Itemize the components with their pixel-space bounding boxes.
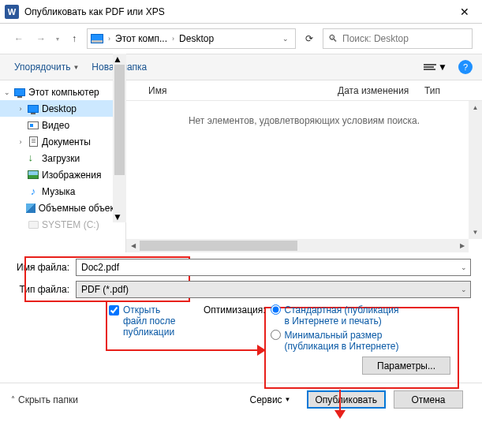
horizontal-scrollbar[interactable]: ◀▶: [126, 239, 469, 252]
up-button[interactable]: ↑: [65, 29, 84, 48]
optimize-label: Оптимизация:: [204, 304, 266, 352]
chevron-down-icon[interactable]: ⌄: [279, 35, 292, 43]
tree-node-pictures[interactable]: › Изображения: [0, 166, 125, 183]
tree-node-3d[interactable]: › Объемные объекты: [0, 200, 125, 216]
image-icon: [28, 170, 39, 179]
cube-icon: [26, 203, 35, 213]
filetype-label: Тип файла:: [11, 284, 76, 295]
main-area: ⌄ Этот компьютер › Desktop › Видео › Док…: [0, 80, 482, 252]
tree-node-downloads[interactable]: › Загрузки: [0, 150, 125, 166]
scroll-up-icon[interactable]: ▲: [113, 54, 126, 65]
parameters-button[interactable]: Параметры...: [362, 357, 450, 375]
tree-node-desktop[interactable]: › Desktop: [0, 100, 125, 117]
video-icon: [28, 121, 39, 129]
back-button[interactable]: ←: [9, 29, 28, 48]
hide-folders-button[interactable]: ˄ Скрыть папки: [11, 394, 78, 405]
titlebar: W Опубликовать как PDF или XPS ✕: [0, 0, 482, 24]
scroll-down-icon[interactable]: ▼: [469, 226, 482, 239]
forward-button: →: [32, 29, 50, 48]
vertical-scrollbar[interactable]: ▲▼: [469, 101, 482, 239]
scroll-thumb[interactable]: [140, 241, 297, 251]
chevron-down-icon: ▼: [285, 396, 291, 403]
breadcrumb-segment[interactable]: Desktop: [179, 33, 214, 44]
column-headers: Имя Дата изменения Тип: [126, 80, 482, 101]
publish-button[interactable]: Опубликовать: [307, 390, 386, 409]
scroll-left-icon[interactable]: ◀: [126, 239, 140, 252]
monitor-icon: [91, 34, 103, 43]
search-input[interactable]: 🔍︎ Поиск: Desktop: [323, 28, 473, 49]
chevron-down-icon[interactable]: ⌄: [461, 263, 467, 271]
tree-scrollbar[interactable]: ▲ ▼: [113, 54, 126, 222]
window-title: Опубликовать как PDF или XPS: [24, 6, 447, 17]
disk-icon: [28, 221, 39, 229]
bottom-bar: ˄ Скрыть папки Сервис ▼ Опубликовать Отм…: [0, 383, 482, 416]
file-list[interactable]: Имя Дата изменения Тип Нет элементов, уд…: [126, 80, 482, 252]
word-icon: W: [5, 5, 19, 19]
tools-dropdown[interactable]: Сервис ▼: [250, 394, 291, 405]
list-view-icon: [424, 62, 436, 73]
chevron-down-icon: ▼: [438, 62, 447, 73]
folder-tree[interactable]: ⌄ Этот компьютер › Desktop › Видео › Док…: [0, 80, 126, 252]
col-type[interactable]: Тип: [418, 85, 447, 96]
desktop-icon: [28, 105, 39, 113]
view-button[interactable]: ▼: [424, 62, 447, 73]
scroll-right-icon[interactable]: ▶: [455, 239, 469, 252]
help-button[interactable]: ?: [458, 60, 473, 74]
open-after-checkbox[interactable]: Открыть файл после публикации: [109, 304, 180, 338]
tree-node-this-pc[interactable]: ⌄ Этот компьютер: [0, 84, 125, 100]
radio[interactable]: [271, 304, 281, 315]
checkbox[interactable]: [109, 305, 119, 315]
radio[interactable]: [271, 330, 281, 340]
chevron-up-icon: ˄: [11, 395, 15, 404]
search-icon: 🔍︎: [328, 33, 338, 44]
chevron-right-icon[interactable]: ›: [170, 35, 176, 43]
col-date[interactable]: Дата изменения: [331, 85, 418, 96]
tree-node-disk-c[interactable]: › SYSTEM (C:): [0, 216, 125, 233]
save-form: Имя файла: Doc2.pdf ⌄ Тип файла: PDF (*.…: [0, 252, 482, 378]
tree-node-documents[interactable]: › Документы: [0, 133, 125, 150]
cancel-button[interactable]: Отмена: [394, 390, 463, 409]
download-icon: [28, 153, 39, 163]
tree-node-videos[interactable]: › Видео: [0, 117, 125, 133]
expand-icon[interactable]: ›: [17, 105, 24, 113]
chevron-down-icon: ▼: [73, 64, 79, 71]
filename-label: Имя файла:: [11, 262, 76, 273]
expand-icon[interactable]: ›: [17, 138, 24, 146]
scroll-thumb[interactable]: [114, 65, 125, 175]
history-dropdown[interactable]: ▾: [54, 35, 62, 43]
filename-input[interactable]: Doc2.pdf ⌄: [76, 259, 471, 276]
tree-node-music[interactable]: › ♪ Музыка: [0, 183, 125, 200]
filetype-select[interactable]: PDF (*.pdf) ⌄: [76, 281, 471, 298]
radio-standard[interactable]: Стандартная (публикация в Интернете и пе…: [271, 304, 403, 327]
document-icon: [29, 136, 38, 147]
scroll-up-icon[interactable]: ▲: [469, 101, 482, 114]
organize-button[interactable]: Упорядочить▼: [9, 59, 84, 75]
chevron-down-icon[interactable]: ⌄: [461, 286, 467, 293]
monitor-icon: [14, 88, 25, 96]
annotation-arrowhead: [334, 410, 346, 419]
chevron-right-icon[interactable]: ›: [106, 35, 112, 43]
radio-minimum[interactable]: Минимальный размер (публикация в Интерне…: [271, 330, 403, 352]
navbar: ← → ▾ ↑ › Этот комп... › Desktop ⌄ ⟳ 🔍︎ …: [0, 24, 482, 54]
refresh-button[interactable]: ⟳: [299, 28, 319, 49]
search-placeholder: Поиск: Desktop: [342, 33, 409, 44]
toolbar: Упорядочить▼ Новая папка ▼ ?: [0, 54, 482, 80]
empty-message: Нет элементов, удовлетворяющих условиям …: [126, 101, 482, 252]
col-name[interactable]: Имя: [142, 85, 331, 96]
music-icon: ♪: [27, 186, 39, 197]
collapse-icon[interactable]: ⌄: [3, 88, 11, 96]
breadcrumb-segment[interactable]: Этот комп...: [115, 33, 167, 44]
address-bar[interactable]: › Этот комп... › Desktop ⌄: [87, 28, 296, 49]
scroll-down-icon[interactable]: ▼: [113, 211, 126, 222]
close-button[interactable]: ✕: [447, 0, 482, 24]
